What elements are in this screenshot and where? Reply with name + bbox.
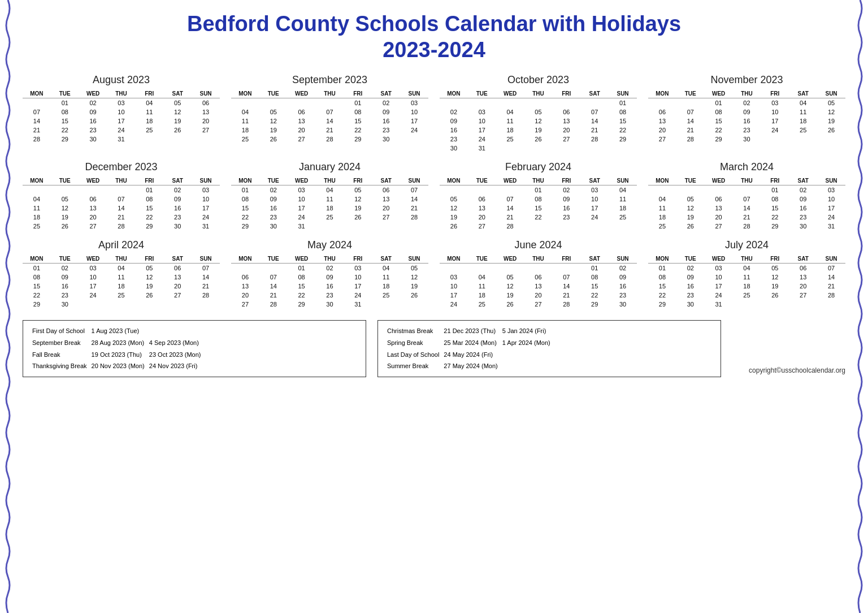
calendar-day: 12 <box>524 116 553 126</box>
calendar-day <box>761 135 789 144</box>
calendar-day: 18 <box>789 116 817 126</box>
day-header: SUN <box>609 89 637 98</box>
calendar-day: 24 <box>817 213 845 222</box>
day-header: SUN <box>817 176 845 185</box>
calendar-day: 31 <box>705 300 733 309</box>
calendar-day: 24 <box>468 135 496 144</box>
calendar-day <box>107 185 136 195</box>
calendar-day: 28 <box>316 135 344 144</box>
calendar-day: 29 <box>761 222 789 231</box>
calendar-day <box>609 144 637 153</box>
calendar-day: 25 <box>231 135 259 144</box>
calendar-day: 30 <box>676 300 705 309</box>
calendar-day: 06 <box>192 98 220 108</box>
calendar-day: 08 <box>524 195 553 204</box>
calendar-day: 30 <box>316 300 344 309</box>
calendar-day: 29 <box>231 222 259 231</box>
calendar-day: 09 <box>440 116 468 126</box>
calendar-day <box>316 222 344 231</box>
calendar-day: 25 <box>648 222 676 231</box>
day-header: MON <box>440 89 468 98</box>
day-header: THU <box>733 176 761 185</box>
calendar-day: 30 <box>163 222 192 231</box>
calendar-day: 01 <box>23 264 51 273</box>
calendar-day: 26 <box>761 291 789 300</box>
calendar-day: 27 <box>552 135 580 144</box>
calendar-day: 14 <box>817 273 845 282</box>
calendar-day <box>372 300 400 309</box>
calendar-day: 21 <box>496 213 524 222</box>
calendar-table: MONTUEWEDTHUFRISATSUN0102030405060708091… <box>231 176 428 231</box>
calendar-day: 23 <box>163 213 192 222</box>
calendar-day: 16 <box>163 204 192 213</box>
calendar-day: 21 <box>316 126 344 135</box>
calendar-day: 17 <box>400 116 428 126</box>
footer-cell: Christmas Break <box>385 325 441 337</box>
calendar-day: 16 <box>676 282 705 291</box>
calendar-day: 26 <box>135 291 163 300</box>
calendar-table: MONTUEWEDTHUFRISATSUN0102030405060708091… <box>440 254 637 309</box>
calendar-day: 05 <box>761 264 789 273</box>
calendar-day: 09 <box>163 195 192 204</box>
calendar-day <box>552 222 580 231</box>
day-header: FRI <box>552 89 580 98</box>
calendar-day: 17 <box>705 282 733 291</box>
day-header: SUN <box>817 89 845 98</box>
calendar-day: 04 <box>372 264 400 273</box>
calendar-table: MONTUEWEDTHUFRISATSUN0102030405060708091… <box>648 254 845 309</box>
calendar-day: 17 <box>107 116 136 126</box>
day-header: SAT <box>789 176 817 185</box>
month-calendar: November 2023MONTUEWEDTHUFRISATSUN010203… <box>648 74 845 153</box>
calendar-day: 20 <box>705 213 733 222</box>
calendar-day: 10 <box>440 282 468 291</box>
calendar-day: 27 <box>163 291 192 300</box>
calendar-day: 28 <box>107 222 136 231</box>
calendar-day: 01 <box>609 98 637 108</box>
calendar-day: 06 <box>468 195 496 204</box>
calendar-day: 22 <box>231 213 259 222</box>
calendar-day: 04 <box>648 195 676 204</box>
calendar-day: 03 <box>705 264 733 273</box>
calendar-day: 18 <box>23 213 51 222</box>
day-header: TUE <box>51 89 79 98</box>
calendar-day: 08 <box>23 273 51 282</box>
month-calendar: May 2024MONTUEWEDTHUFRISATSUN01020304050… <box>231 239 428 309</box>
calendar-day: 26 <box>524 135 553 144</box>
calendar-day: 01 <box>135 185 163 195</box>
day-header: WED <box>288 89 316 98</box>
day-header: FRI <box>344 176 372 185</box>
calendar-day <box>580 144 609 153</box>
day-header: THU <box>107 176 136 185</box>
calendar-day: 13 <box>192 107 220 116</box>
calendar-day <box>524 222 553 231</box>
calendar-day: 28 <box>552 300 580 309</box>
calendar-day <box>648 98 676 108</box>
calendar-day: 23 <box>79 126 107 135</box>
calendar-day <box>231 144 259 146</box>
calendar-day: 10 <box>79 273 107 282</box>
calendar-day <box>400 300 428 309</box>
calendar-day: 15 <box>231 204 259 213</box>
calendar-day: 25 <box>107 291 136 300</box>
footer-cell: 23 Oct 2023 (Mon) <box>147 349 203 361</box>
month-title: December 2023 <box>23 161 220 173</box>
calendar-day: 09 <box>676 273 705 282</box>
calendar-day: 31 <box>107 135 136 144</box>
calendar-day: 07 <box>817 264 845 273</box>
calendar-day: 06 <box>288 107 316 116</box>
calendar-day: 22 <box>23 291 51 300</box>
day-header: TUE <box>468 176 496 185</box>
calendar-day: 21 <box>192 282 220 291</box>
calendar-day: 30 <box>733 135 761 144</box>
calendar-day: 21 <box>580 126 609 135</box>
calendar-day: 07 <box>580 107 609 116</box>
footer-cell <box>500 349 553 361</box>
calendar-day: 23 <box>51 291 79 300</box>
day-header: THU <box>733 254 761 264</box>
calendar-day: 09 <box>51 273 79 282</box>
calendar-day: 29 <box>609 135 637 144</box>
calendar-day: 10 <box>468 116 496 126</box>
day-header: MON <box>231 176 259 185</box>
calendar-day: 26 <box>440 222 468 231</box>
calendar-day: 08 <box>288 273 316 282</box>
